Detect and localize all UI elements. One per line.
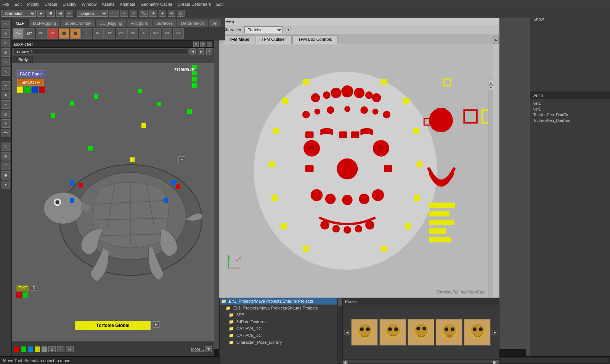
toolbar-btn-scale[interactable]: ⤢ <box>130 10 137 17</box>
menu-create[interactable]: Create <box>45 2 57 6</box>
cp-blue-4[interactable] <box>164 198 168 203</box>
bottom-t-btn[interactable]: T <box>57 346 64 352</box>
skin-icon[interactable]: ⬢ <box>2 171 10 180</box>
cp-blue-3[interactable] <box>70 198 74 203</box>
se-icon-btn[interactable]: SE <box>127 28 138 39</box>
swatch-yellow[interactable] <box>17 87 23 93</box>
abxpicker-question-btn[interactable]: ? <box>206 48 212 55</box>
pre-icon-btn[interactable]: Pr <box>139 28 149 39</box>
collapse-btn[interactable]: ▼ <box>205 346 212 352</box>
anzovin-menu-help[interactable]: Help <box>223 19 236 24</box>
pose-thumb-4[interactable] <box>436 319 462 346</box>
icon-5[interactable]: ⬛ <box>70 28 81 39</box>
anz-scroll-up-btn[interactable]: ▲ <box>489 80 493 85</box>
char-dropdown-arrow[interactable]: ▼ <box>286 27 291 32</box>
bottom-swatch-red[interactable] <box>14 346 19 352</box>
bottom-swatch-blue[interactable] <box>28 346 33 352</box>
toolbar-btn-3[interactable]: ◀ <box>56 10 64 17</box>
toolbar-btn-move[interactable]: ⟷ <box>109 10 119 17</box>
toolbar-btn-5[interactable]: 🔧 <box>139 10 148 17</box>
anz-scroll-down-btn[interactable]: ▼ <box>489 85 493 90</box>
filem-icon-btn[interactable]: FM <box>36 28 47 39</box>
pose-thumb-2[interactable] <box>379 319 406 346</box>
tongue-cp-4[interactable] <box>192 83 197 88</box>
tab-tfm-box-controls[interactable]: TFM Box Controls <box>292 35 338 44</box>
cp-green-3[interactable] <box>51 113 55 118</box>
rotate-tool-icon[interactable]: ↺ <box>2 58 10 66</box>
light-icon[interactable]: ☀ <box>2 119 10 128</box>
toolbar-btn-4[interactable]: ↩ <box>66 10 73 17</box>
tab-supercrumbly[interactable]: SuperCrumbly <box>60 19 95 27</box>
swatch-red[interactable] <box>39 87 45 93</box>
abxpicker-prev-btn[interactable]: ◀ <box>189 48 196 55</box>
paint-tool-icon[interactable]: ✏ <box>2 39 10 47</box>
menu-file[interactable]: File <box>2 2 9 6</box>
abxpicker-next-btn[interactable]: ▶ <box>198 48 204 55</box>
sphere-icon[interactable]: ● <box>2 81 10 90</box>
file-tree-scrollbar[interactable] <box>337 298 342 364</box>
tab-tfm-outliner[interactable]: TFM Outliner <box>256 35 292 44</box>
rena-icon-btn[interactable]: RN <box>93 28 104 39</box>
bottom-r-btn[interactable]: R <box>66 346 74 352</box>
deform-icon[interactable]: ⬡ <box>2 143 10 151</box>
file-scrollbar-thumb[interactable] <box>338 298 342 306</box>
menu-animate[interactable]: Animate <box>120 2 135 6</box>
cp-yellow-1[interactable] <box>141 123 146 128</box>
tab-mzp[interactable]: MZP <box>11 19 29 27</box>
smooth-btn[interactable]: SMOOTH <box>17 79 44 86</box>
char-dropdown[interactable]: Tortoise <box>244 26 283 33</box>
cp-blue-1[interactable] <box>70 180 74 185</box>
eye-label[interactable]: EYE <box>16 285 29 291</box>
tortoise-global-btn[interactable]: Tortoise Global <box>75 321 151 330</box>
joint-icon[interactable]: ✦ <box>2 181 10 189</box>
menu-edit[interactable]: Edit <box>14 2 22 6</box>
tongue-r-label[interactable]: R <box>178 156 185 162</box>
menu-display[interactable]: Display <box>63 2 76 6</box>
file-row-3[interactable]: 📁 3dPaintTextures <box>220 318 342 325</box>
abxpicker-name-input[interactable] <box>13 48 187 55</box>
eye-swatch-red[interactable] <box>16 292 22 298</box>
more-btn[interactable]: More... <box>191 347 204 351</box>
cp-green-4[interactable] <box>88 146 93 151</box>
characters-icon-btn[interactable]: Char <box>13 28 24 39</box>
lattice-icon[interactable]: ⊞ <box>2 152 10 160</box>
ce-icon-btn[interactable]: CE <box>173 28 184 39</box>
abxpicker-help-btn[interactable]: ? <box>207 42 212 47</box>
mt-icon-btn[interactable]: MT <box>24 28 35 39</box>
animation-dropdown[interactable]: Animation <box>2 10 36 17</box>
swatch-blue[interactable] <box>32 87 38 93</box>
ft-icon-btn[interactable]: FT <box>104 28 115 39</box>
poses-scrollbar[interactable]: ◀ ▶ <box>343 359 499 364</box>
toolbar-btn-2[interactable]: ⏹ <box>47 10 55 17</box>
menu-geometry-cache[interactable]: Geometry Cache <box>141 2 172 6</box>
cp-green-1[interactable] <box>94 94 98 99</box>
eye-r-label[interactable]: R <box>31 285 37 291</box>
file-row-5[interactable]: 📁 CATIAV5_DC <box>220 332 342 339</box>
cp-green-7[interactable] <box>187 109 192 114</box>
pose-thumb-1[interactable] <box>351 319 378 346</box>
bottom-swatch-gray[interactable] <box>42 346 47 352</box>
face-panel-btn[interactable]: FACE Panel <box>17 71 45 77</box>
lasso-tool-icon[interactable]: ◎ <box>2 29 10 38</box>
cp-blue-2[interactable] <box>171 180 176 185</box>
icon-4[interactable]: ⬛ <box>59 28 69 39</box>
poses-scroll-right-btn[interactable]: ▶ <box>492 330 498 335</box>
bottom-s-btn[interactable]: S <box>48 346 56 352</box>
file-row-2[interactable]: 📁 3DS <box>220 311 342 318</box>
bend-icon[interactable]: ⌒ <box>2 162 10 170</box>
bottom-swatch-yellow[interactable] <box>35 346 40 352</box>
pose-thumb-5[interactable] <box>464 319 491 346</box>
menu-assets[interactable]: Assets <box>102 2 114 6</box>
tab-polygons[interactable]: Polygons <box>126 19 152 27</box>
file-row-4[interactable]: 📁 CATIAV4_DC <box>220 325 342 332</box>
camera-icon[interactable]: 📷 <box>2 129 10 137</box>
cp-icon-btn[interactable]: CP <box>116 28 127 39</box>
cp-red-1[interactable] <box>79 183 83 188</box>
hshd-icon-btn[interactable]: HS <box>162 28 172 39</box>
toolbar-btn-rotate[interactable]: ↻ <box>120 10 128 17</box>
toolbar-btn-1[interactable]: ▶ <box>37 10 45 17</box>
toolbar-btn-6[interactable]: ✚ <box>149 10 157 17</box>
tab-tfm-maps[interactable]: TFM Maps <box>223 35 255 44</box>
global-r-btn[interactable]: R <box>152 321 160 328</box>
select-tool-icon[interactable]: ↖ <box>2 20 10 28</box>
